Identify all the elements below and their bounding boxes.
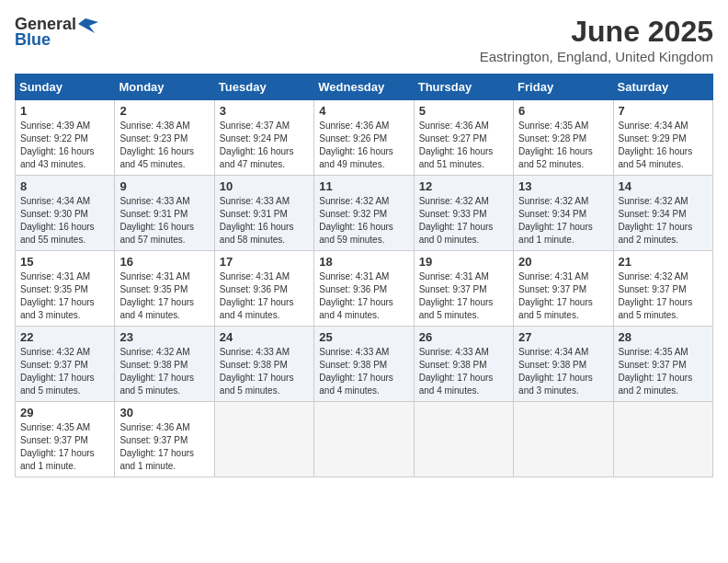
calendar-day-cell: 16Sunrise: 4:31 AM Sunset: 9:35 PM Dayli… <box>115 251 214 327</box>
day-number: 19 <box>419 255 508 269</box>
day-number: 30 <box>119 406 209 419</box>
calendar-day-cell: 18Sunrise: 4:31 AM Sunset: 9:36 PM Dayli… <box>314 251 414 327</box>
day-number: 17 <box>220 255 309 269</box>
calendar-day-cell <box>613 402 712 477</box>
day-number: 2 <box>119 104 209 118</box>
day-number: 14 <box>619 179 708 193</box>
weekday-header-tuesday: Tuesday <box>214 75 313 100</box>
calendar-day-cell: 10Sunrise: 4:33 AM Sunset: 9:31 PM Dayli… <box>214 176 313 251</box>
day-info: Sunrise: 4:32 AM Sunset: 9:38 PM Dayligh… <box>119 346 209 397</box>
title-area: June 2025 Eastrington, England, United K… <box>480 15 713 64</box>
day-info: Sunrise: 4:33 AM Sunset: 9:38 PM Dayligh… <box>419 346 508 397</box>
weekday-header-friday: Friday <box>514 75 613 100</box>
calendar-day-cell: 17Sunrise: 4:31 AM Sunset: 9:36 PM Dayli… <box>214 251 313 327</box>
day-info: Sunrise: 4:34 AM Sunset: 9:30 PM Dayligh… <box>20 195 109 247</box>
calendar-day-cell <box>514 402 613 477</box>
calendar-day-cell: 28Sunrise: 4:35 AM Sunset: 9:37 PM Dayli… <box>613 327 712 402</box>
calendar-day-cell: 2Sunrise: 4:38 AM Sunset: 9:23 PM Daylig… <box>115 100 214 176</box>
day-info: Sunrise: 4:33 AM Sunset: 9:38 PM Dayligh… <box>319 346 408 397</box>
day-number: 24 <box>220 330 309 344</box>
day-number: 15 <box>20 255 109 269</box>
day-number: 7 <box>619 104 708 118</box>
day-info: Sunrise: 4:38 AM Sunset: 9:23 PM Dayligh… <box>119 120 209 171</box>
calendar-day-cell: 26Sunrise: 4:33 AM Sunset: 9:38 PM Dayli… <box>414 327 513 402</box>
calendar-week-row: 15Sunrise: 4:31 AM Sunset: 9:35 PM Dayli… <box>16 251 713 327</box>
day-info: Sunrise: 4:31 AM Sunset: 9:35 PM Dayligh… <box>119 270 209 322</box>
day-number: 28 <box>619 330 708 344</box>
calendar-day-cell: 3Sunrise: 4:37 AM Sunset: 9:24 PM Daylig… <box>214 100 313 176</box>
day-info: Sunrise: 4:31 AM Sunset: 9:37 PM Dayligh… <box>518 270 608 322</box>
calendar-day-cell: 11Sunrise: 4:32 AM Sunset: 9:32 PM Dayli… <box>314 176 414 251</box>
day-info: Sunrise: 4:39 AM Sunset: 9:22 PM Dayligh… <box>20 120 109 171</box>
day-info: Sunrise: 4:36 AM Sunset: 9:37 PM Dayligh… <box>119 421 209 473</box>
calendar-day-cell: 25Sunrise: 4:33 AM Sunset: 9:38 PM Dayli… <box>314 327 414 402</box>
month-title: June 2025 <box>480 15 713 49</box>
calendar-week-row: 29Sunrise: 4:35 AM Sunset: 9:37 PM Dayli… <box>16 402 713 477</box>
day-info: Sunrise: 4:31 AM Sunset: 9:37 PM Dayligh… <box>419 270 508 322</box>
day-info: Sunrise: 4:35 AM Sunset: 9:37 PM Dayligh… <box>20 421 109 473</box>
day-info: Sunrise: 4:33 AM Sunset: 9:31 PM Dayligh… <box>119 195 209 247</box>
day-number: 13 <box>518 179 608 193</box>
weekday-header-monday: Monday <box>115 75 214 100</box>
day-number: 12 <box>419 179 508 193</box>
day-number: 21 <box>619 255 708 269</box>
day-info: Sunrise: 4:31 AM Sunset: 9:36 PM Dayligh… <box>220 270 309 322</box>
day-info: Sunrise: 4:32 AM Sunset: 9:37 PM Dayligh… <box>619 270 708 322</box>
calendar-day-cell: 7Sunrise: 4:34 AM Sunset: 9:29 PM Daylig… <box>613 100 712 176</box>
day-number: 27 <box>518 330 608 344</box>
day-info: Sunrise: 4:31 AM Sunset: 9:36 PM Dayligh… <box>319 270 408 322</box>
day-info: Sunrise: 4:32 AM Sunset: 9:34 PM Dayligh… <box>518 195 608 247</box>
day-info: Sunrise: 4:32 AM Sunset: 9:32 PM Dayligh… <box>319 195 408 247</box>
day-number: 26 <box>419 330 508 344</box>
day-number: 29 <box>20 406 109 419</box>
calendar-day-cell <box>414 402 513 477</box>
calendar-day-cell: 30Sunrise: 4:36 AM Sunset: 9:37 PM Dayli… <box>115 402 214 477</box>
day-number: 18 <box>319 255 408 269</box>
calendar-day-cell: 15Sunrise: 4:31 AM Sunset: 9:35 PM Dayli… <box>16 251 115 327</box>
calendar-day-cell: 13Sunrise: 4:32 AM Sunset: 9:34 PM Dayli… <box>514 176 613 251</box>
day-info: Sunrise: 4:31 AM Sunset: 9:35 PM Dayligh… <box>20 270 109 322</box>
calendar-day-cell: 12Sunrise: 4:32 AM Sunset: 9:33 PM Dayli… <box>414 176 513 251</box>
page-header: General Blue June 2025 Eastrington, Engl… <box>15 15 713 64</box>
day-info: Sunrise: 4:34 AM Sunset: 9:29 PM Dayligh… <box>619 120 708 171</box>
calendar-day-cell: 5Sunrise: 4:36 AM Sunset: 9:27 PM Daylig… <box>414 100 513 176</box>
calendar-day-cell: 9Sunrise: 4:33 AM Sunset: 9:31 PM Daylig… <box>115 176 214 251</box>
calendar-day-cell: 19Sunrise: 4:31 AM Sunset: 9:37 PM Dayli… <box>414 251 513 327</box>
calendar-day-cell <box>214 402 313 477</box>
logo-bird-icon <box>78 17 98 33</box>
calendar-day-cell: 1Sunrise: 4:39 AM Sunset: 9:22 PM Daylig… <box>16 100 115 176</box>
calendar-day-cell: 27Sunrise: 4:34 AM Sunset: 9:38 PM Dayli… <box>514 327 613 402</box>
calendar-week-row: 8Sunrise: 4:34 AM Sunset: 9:30 PM Daylig… <box>16 176 713 251</box>
calendar-day-cell: 29Sunrise: 4:35 AM Sunset: 9:37 PM Dayli… <box>16 402 115 477</box>
day-number: 5 <box>419 104 508 118</box>
day-number: 22 <box>20 330 109 344</box>
day-info: Sunrise: 4:36 AM Sunset: 9:27 PM Dayligh… <box>419 120 508 171</box>
location-title: Eastrington, England, United Kingdom <box>480 49 713 64</box>
day-number: 25 <box>319 330 408 344</box>
weekday-header-sunday: Sunday <box>16 75 115 100</box>
calendar-day-cell: 6Sunrise: 4:35 AM Sunset: 9:28 PM Daylig… <box>514 100 613 176</box>
logo-blue-text: Blue <box>15 30 51 50</box>
day-info: Sunrise: 4:33 AM Sunset: 9:31 PM Dayligh… <box>220 195 309 247</box>
calendar-day-cell: 21Sunrise: 4:32 AM Sunset: 9:37 PM Dayli… <box>613 251 712 327</box>
day-number: 10 <box>220 179 309 193</box>
calendar-week-row: 1Sunrise: 4:39 AM Sunset: 9:22 PM Daylig… <box>16 100 713 176</box>
day-info: Sunrise: 4:32 AM Sunset: 9:37 PM Dayligh… <box>20 346 109 397</box>
calendar-day-cell <box>314 402 414 477</box>
weekday-header-thursday: Thursday <box>414 75 513 100</box>
day-number: 11 <box>319 179 408 193</box>
day-info: Sunrise: 4:32 AM Sunset: 9:33 PM Dayligh… <box>419 195 508 247</box>
logo: General Blue <box>15 15 98 50</box>
calendar-day-cell: 8Sunrise: 4:34 AM Sunset: 9:30 PM Daylig… <box>16 176 115 251</box>
day-info: Sunrise: 4:35 AM Sunset: 9:28 PM Dayligh… <box>518 120 608 171</box>
calendar-day-cell: 4Sunrise: 4:36 AM Sunset: 9:26 PM Daylig… <box>314 100 414 176</box>
calendar-day-cell: 20Sunrise: 4:31 AM Sunset: 9:37 PM Dayli… <box>514 251 613 327</box>
day-number: 6 <box>518 104 608 118</box>
day-info: Sunrise: 4:33 AM Sunset: 9:38 PM Dayligh… <box>220 346 309 397</box>
weekday-header-row: SundayMondayTuesdayWednesdayThursdayFrid… <box>16 75 713 100</box>
day-number: 20 <box>518 255 608 269</box>
day-number: 4 <box>319 104 408 118</box>
day-number: 8 <box>20 179 109 193</box>
calendar-day-cell: 22Sunrise: 4:32 AM Sunset: 9:37 PM Dayli… <box>16 327 115 402</box>
day-number: 16 <box>119 255 209 269</box>
